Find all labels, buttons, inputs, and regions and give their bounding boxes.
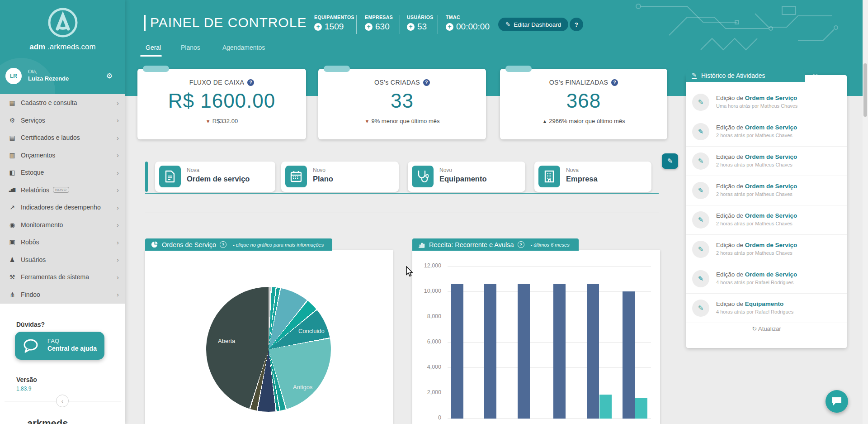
page-scrollbar[interactable]	[863, 0, 868, 424]
bar-avulsa-5[interactable]	[599, 395, 612, 419]
sidebar-item-orcamentos[interactable]: ▥ Orçamentos ›	[0, 147, 125, 164]
sidebar-item-label: Ferramentas de sistema	[21, 273, 89, 281]
monitoring-icon: ◉	[7, 221, 16, 229]
plus-circle-icon[interactable]: +	[365, 23, 373, 31]
quick-action-prefix: Nova	[187, 167, 199, 173]
sidebar-item-label: Serviços	[21, 117, 45, 124]
stat-value: 630	[375, 22, 390, 32]
activity-item[interactable]: ✎ Edição de Ordem de Serviço 2 horas atr…	[686, 205, 847, 235]
quick-action-novo-equipamento[interactable]: Novo Equipamento	[408, 162, 525, 192]
activity-meta: Uma hora atrás por Matheus Chaves	[716, 103, 797, 109]
edit-dashboard-button[interactable]: ✎Editar Dashboard	[498, 18, 568, 31]
activity-panel: ✎ Edição de Ordem de Serviço Uma hora at…	[686, 75, 847, 348]
activity-target: Ordem de Serviço	[745, 153, 797, 160]
card-drag-tab	[143, 66, 169, 72]
activity-item[interactable]: ✎ Edição de Ordem de Serviço 2 horas atr…	[686, 176, 847, 205]
plus-circle-icon[interactable]: +	[407, 23, 415, 31]
activity-meta: 2 horas atrás por Matheus Chaves	[716, 250, 793, 256]
stat-usuarios: USUÁRIOS +53	[407, 14, 434, 32]
page-title: PAINEL DE CONTROLE	[150, 15, 307, 30]
version-value[interactable]: 1.83.9	[16, 386, 31, 392]
chat-button[interactable]	[826, 390, 848, 413]
gridline	[448, 291, 651, 292]
activity-target: Ordem de Serviço	[745, 183, 797, 190]
sidebar-item-label: Certificados e laudos	[21, 134, 80, 141]
activity-item[interactable]: ✎ Edição de Ordem de Serviço 2 horas atr…	[686, 147, 847, 176]
quick-action-nova-empresa[interactable]: Nova Empresa	[534, 162, 651, 192]
bar-avulsa-6[interactable]	[635, 398, 647, 419]
activity-item[interactable]: ✎ Edição de Ordem de Serviço 4 horas atr…	[686, 264, 847, 294]
sidebar-item-cadastro-e-consulta[interactable]: ▦ Cadastro e consulta ›	[0, 94, 125, 112]
quick-action-novo-plano[interactable]: Novo Plano	[281, 162, 399, 192]
sidebar-item-usuarios[interactable]: ♟ Usuários ›	[0, 251, 125, 269]
pie-label-aberta: Aberta	[218, 338, 235, 344]
activity-meta: 4 horas atrás por Rafael Rodrigues	[716, 309, 793, 314]
help-icon[interactable]: ?	[611, 79, 618, 86]
gridline	[448, 266, 651, 267]
activity-item[interactable]: ✎ Edição de Ordem de Serviço 2 horas atr…	[686, 235, 847, 264]
bar-recorrente-6[interactable]	[623, 291, 635, 419]
stock-icon: ◧	[7, 169, 16, 176]
title-accent-bar	[144, 15, 146, 31]
pencil-icon: ✎	[505, 21, 510, 28]
quick-action-prefix: Novo	[313, 167, 326, 173]
chevron-right-icon: ›	[117, 291, 119, 298]
bar-recorrente-1[interactable]	[451, 284, 463, 419]
activity-target: Ordem de Serviço	[745, 242, 797, 248]
bar-recorrente-2[interactable]	[484, 284, 496, 419]
sidebar-item-relatorios[interactable]: ▂▅▇ Relatórios NOVO ›	[0, 181, 125, 199]
bar-recorrente-4[interactable]	[553, 284, 566, 419]
activity-list: ✎ Edição de Ordem de Serviço Uma hora at…	[686, 88, 847, 323]
card-title: OS's FINALIZADAS	[549, 79, 608, 86]
refresh-button[interactable]: ↻ Atualizar	[686, 325, 847, 332]
tab-geral[interactable]: Geral	[146, 44, 161, 51]
plus-circle-icon[interactable]: +	[446, 23, 453, 31]
stat-value: 00:00:00	[456, 22, 490, 32]
quick-action-prefix: Novo	[439, 167, 452, 173]
settings-gear-icon[interactable]: ⚙	[106, 71, 113, 80]
orders-panel-header: Ordens de Serviço ? - clique no gráfico …	[145, 238, 332, 251]
quick-action-nova-ordem[interactable]: Nova Ordem de serviço	[155, 162, 275, 192]
header-help-button[interactable]: ?	[570, 18, 583, 31]
active-tab-underline	[140, 55, 162, 57]
edit-dashboard-label: Editar Dashboard	[514, 21, 561, 28]
orders-pie[interactable]: Aberta Concluido Antigos	[206, 287, 331, 412]
bar-recorrente-5[interactable]	[587, 284, 599, 419]
user-greeting: Olá,	[28, 69, 37, 74]
help-icon[interactable]: ?	[247, 79, 254, 86]
arkmeds-logo[interactable]	[0, 6, 125, 41]
sidebar-item-robos[interactable]: ▣ Robôs ›	[0, 233, 125, 251]
help-icon[interactable]: ?	[220, 241, 226, 248]
sidebar-item-monitoramento[interactable]: ◉ Monitoramento ›	[0, 216, 125, 234]
help-icon[interactable]: ?	[423, 79, 430, 86]
activity-item[interactable]: ✎ Edição de Ordem de Serviço 2 horas atr…	[686, 117, 847, 147]
sidebar-item-indicadores[interactable]: ↗ Indicadores de desempenho ›	[0, 199, 125, 216]
activity-meta: 2 horas atrás por Matheus Chaves	[716, 162, 793, 167]
sidebar-item-ferramentas[interactable]: ⚒ Ferramentas de sistema ›	[0, 268, 125, 286]
activity-item[interactable]: ✎ Edição de Equipamento 4 horas atrás po…	[686, 294, 847, 323]
tab-planos[interactable]: Planos	[181, 44, 200, 51]
stethoscope-icon	[412, 166, 434, 187]
chevron-right-icon: ›	[117, 186, 119, 194]
document-icon	[159, 166, 181, 187]
scrollbar-thumb[interactable]	[863, 63, 867, 117]
sidebar-item-findoo[interactable]: ⋔ Findoo ›	[0, 286, 125, 304]
plus-circle-icon[interactable]: +	[314, 23, 322, 31]
user-row: LR Olá, Luiza Rezende ⚙	[5, 68, 120, 86]
sidebar-collapse-button[interactable]: ‹	[56, 395, 69, 407]
quick-action-label: Empresa	[566, 175, 598, 183]
sidebar-menu: ▦ Cadastro e consulta › ⚙ Serviços › ▤ C…	[0, 94, 125, 304]
avatar[interactable]: LR	[5, 68, 22, 84]
bar-recorrente-3[interactable]	[518, 284, 530, 419]
sidebar-item-certificados[interactable]: ▤ Certificados e laudos ›	[0, 129, 125, 147]
activity-panel-header: ✎ Histórico de Atividades	[686, 69, 805, 82]
sidebar-item-estoque[interactable]: ◧ Estoque ›	[0, 164, 125, 181]
sidebar-item-servicos[interactable]: ⚙ Serviços ›	[0, 112, 125, 129]
help-icon[interactable]: ?	[518, 241, 524, 248]
edit-quick-actions-button[interactable]: ✎	[662, 153, 678, 169]
main-content: PAINEL DE CONTROLE EQUIPAMENTOS +1509 EM…	[125, 0, 868, 424]
faq-button[interactable]: FAQ Central de ajuda	[15, 332, 104, 360]
tab-agendamentos[interactable]: Agendamentos	[222, 44, 265, 51]
gridline	[448, 393, 651, 393]
activity-item[interactable]: ✎ Edição de Ordem de Serviço Uma hora at…	[686, 88, 847, 117]
